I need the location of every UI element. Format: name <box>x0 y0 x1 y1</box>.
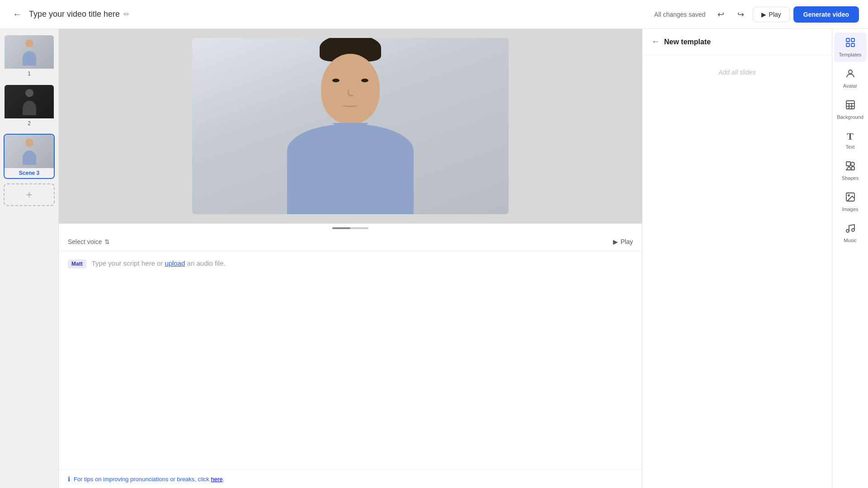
progress-fill <box>332 227 350 229</box>
add-slide-icon: + <box>26 188 32 201</box>
toolbar-item-shapes[interactable]: Shapes <box>834 156 867 185</box>
shapes-label: Shapes <box>842 175 859 181</box>
avatar-head <box>321 54 380 124</box>
toolbar-item-text[interactable]: T Text <box>834 126 867 154</box>
progress-bar-container <box>59 224 642 233</box>
select-voice-label: Select voice <box>68 238 102 245</box>
svg-point-16 <box>846 230 849 232</box>
images-label: Images <box>842 206 858 212</box>
center-content: Select voice ⇅ ▶ Play Matt Type your scr… <box>59 29 642 488</box>
redo-button[interactable]: ↪ <box>733 6 749 23</box>
toolbar-item-avatar[interactable]: Avatar <box>834 64 867 93</box>
slide-label-2: 2 <box>5 118 54 128</box>
template-title: New template <box>664 38 711 46</box>
play-button[interactable]: ▶ Play <box>753 7 790 22</box>
svg-rect-2 <box>846 43 849 47</box>
svg-point-15 <box>848 195 849 196</box>
hint-text-end: . <box>223 476 225 483</box>
add-slide-button[interactable]: + <box>4 183 55 206</box>
slide-person-1 <box>20 38 38 66</box>
toolbar-item-background[interactable]: Background <box>834 95 867 124</box>
slide-preview-3 <box>5 135 54 168</box>
sil-body-3 <box>23 150 36 165</box>
background-label: Background <box>837 114 863 120</box>
avatar-label: Avatar <box>843 83 858 89</box>
script-play-label: Play <box>621 238 633 245</box>
save-status: All changes saved <box>654 11 706 18</box>
play-label: Play <box>769 11 781 18</box>
toolbar-item-templates[interactable]: Templates <box>834 33 867 62</box>
script-placeholder[interactable]: Type your script here or upload an audio… <box>92 258 226 269</box>
svg-point-17 <box>852 229 854 231</box>
add-all-slides-button[interactable]: Add all slides <box>718 69 756 76</box>
progress-bar <box>332 227 368 229</box>
video-title: Type your video title here <box>29 9 120 19</box>
script-placeholder-text: Type your script here or <box>92 259 165 267</box>
shapes-icon <box>845 160 856 174</box>
script-panel: Select voice ⇅ ▶ Play Matt Type your scr… <box>59 223 642 488</box>
hint-icon: ℹ <box>68 475 70 483</box>
sil-head <box>25 39 33 47</box>
right-toolbar: Templates Avatar <box>832 29 868 488</box>
template-body: Add all slides <box>642 55 832 488</box>
template-panel: ← New template Add all slides <box>642 29 832 488</box>
svg-point-4 <box>849 70 852 74</box>
sil-body <box>23 51 36 66</box>
speaker-tag: Matt <box>68 259 86 268</box>
text-label: Text <box>845 144 854 150</box>
hint-link[interactable]: here <box>211 476 222 483</box>
text-icon: T <box>847 131 854 142</box>
slide-preview-2 <box>5 85 54 118</box>
slide-preview-1 <box>5 35 54 69</box>
slide-label-3: Scene 3 <box>5 168 54 178</box>
video-canvas <box>59 29 642 223</box>
sil-body-dark <box>23 101 36 115</box>
svg-point-11 <box>851 162 854 166</box>
script-toolbar: Select voice ⇅ ▶ Play <box>59 233 642 251</box>
header-left: ← Type your video title here ✏ <box>9 7 649 21</box>
templates-label: Templates <box>839 52 861 57</box>
generate-video-button[interactable]: Generate video <box>793 6 859 23</box>
hint-text-start: For tips on improving pronunciations or … <box>74 476 211 483</box>
script-hint: ℹ For tips on improving pronunciations o… <box>59 469 642 488</box>
select-voice-button[interactable]: Select voice ⇅ <box>68 238 110 245</box>
slide-thumb-3[interactable]: Scene 3 <box>4 134 55 179</box>
toolbar-item-images[interactable]: Images <box>834 187 867 216</box>
svg-rect-3 <box>851 43 854 47</box>
template-back-button[interactable]: ← <box>651 37 660 47</box>
music-label: Music <box>844 238 857 243</box>
slide-label-1: 1 <box>5 69 54 79</box>
svg-rect-10 <box>846 162 850 166</box>
templates-icon <box>845 37 856 50</box>
slide-person-3 <box>20 138 38 165</box>
sil-head-3 <box>25 139 33 147</box>
toolbar-item-music[interactable]: Music <box>834 218 867 248</box>
images-icon <box>845 192 856 205</box>
main-layout: 1 2 <box>0 29 868 488</box>
video-frame <box>192 38 509 214</box>
sil-head-dark <box>25 89 33 97</box>
avatar-body <box>287 124 414 214</box>
app-header: ← Type your video title here ✏ All chang… <box>0 0 868 29</box>
music-icon <box>845 223 856 236</box>
back-button[interactable]: ← <box>9 7 25 21</box>
background-icon <box>845 99 856 113</box>
script-play-icon: ▶ <box>613 238 618 245</box>
slide-person-2 <box>20 88 38 115</box>
header-center: All changes saved ↩ ↪ ▶ Play Generate vi… <box>654 6 859 23</box>
voice-chevron-icon: ⇅ <box>104 238 110 245</box>
script-placeholder-suffix: an audio file. <box>185 259 225 267</box>
svg-rect-5 <box>846 101 854 109</box>
upload-link[interactable]: upload <box>165 259 185 267</box>
undo-button[interactable]: ↩ <box>713 6 729 23</box>
slide-thumb-2[interactable]: 2 <box>4 84 55 129</box>
script-row: Matt Type your script here or upload an … <box>68 258 633 269</box>
play-icon: ▶ <box>761 11 766 18</box>
script-body[interactable]: Matt Type your script here or upload an … <box>59 251 642 469</box>
edit-title-icon[interactable]: ✏ <box>123 10 129 19</box>
avatar-icon <box>845 68 856 81</box>
hint-text: For tips on improving pronunciations or … <box>74 476 224 483</box>
svg-rect-0 <box>846 38 849 42</box>
slide-thumb-1[interactable]: 1 <box>4 34 55 80</box>
script-play-button[interactable]: ▶ Play <box>613 238 633 245</box>
